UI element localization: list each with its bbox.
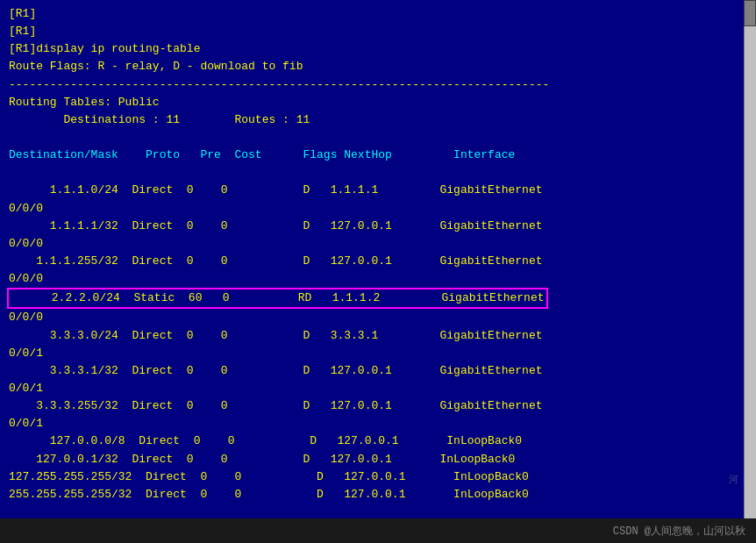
line-r1-1: [R1] [R1] [R1]display ip routing-table xyxy=(9,7,200,55)
terminal-window: [R1] [R1] [R1]display ip routing-table R… xyxy=(0,0,756,518)
line-routing-tables: Routing Tables: Public Destinations : 11… xyxy=(9,96,310,126)
line-2220-highlight: 2.2.2.0/24 Static 60 0 RD 1.1.1.2 Gigabi… xyxy=(9,291,548,324)
scrollbar-thumb[interactable] xyxy=(744,0,756,26)
terminal-output: [R1] [R1] [R1]display ip routing-table R… xyxy=(9,5,747,518)
watermark: 河 xyxy=(729,472,738,487)
scrollbar[interactable] xyxy=(744,0,756,518)
line-3330: 3.3.3.0/24 Direct 0 0 D 3.3.3.1 GigabitE… xyxy=(9,329,543,518)
line-flags: Route Flags: R - relay, D - download to … xyxy=(9,60,303,73)
line-separator: ----------------------------------------… xyxy=(9,78,549,91)
bottom-bar: CSDN @人间忽晚，山河以秋 xyxy=(0,518,756,543)
line-col-headers: Destination/Mask Proto Pre Cost Flags Ne… xyxy=(9,148,515,161)
line-1110: 1.1.1.0/24 Direct 0 0 D 1.1.1.1 GigabitE… xyxy=(9,183,543,285)
bottom-right: CSDN @人间忽晚，山河以秋 xyxy=(613,524,745,539)
